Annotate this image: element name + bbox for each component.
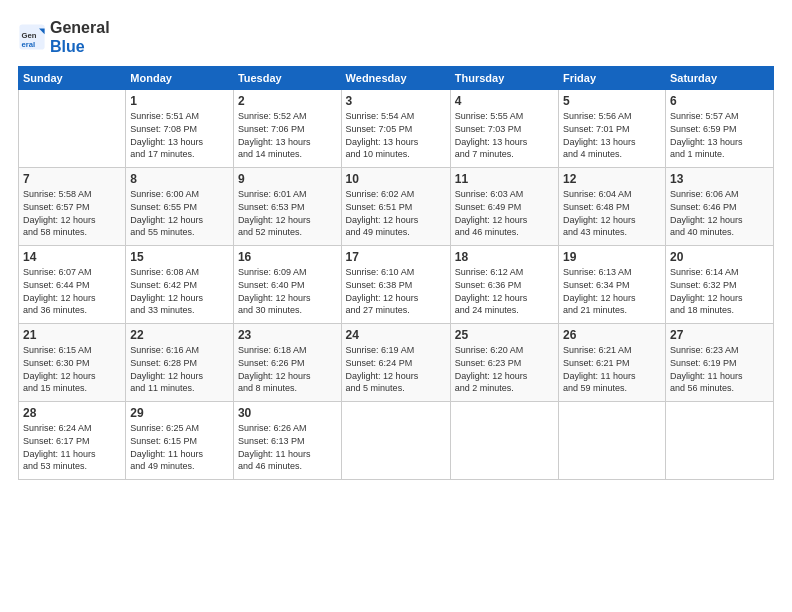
day-cell: 24Sunrise: 6:19 AMSunset: 6:24 PMDayligh… [341, 324, 450, 402]
cell-line: and 59 minutes. [563, 382, 661, 395]
cell-line: Daylight: 12 hours [670, 214, 769, 227]
cell-line: Sunset: 6:46 PM [670, 201, 769, 214]
day-cell: 30Sunrise: 6:26 AMSunset: 6:13 PMDayligh… [233, 402, 341, 480]
day-cell: 8Sunrise: 6:00 AMSunset: 6:55 PMDaylight… [126, 168, 234, 246]
day-number: 23 [238, 328, 337, 342]
logo: Gen eral General Blue [18, 18, 110, 56]
cell-line: Sunrise: 6:24 AM [23, 422, 121, 435]
cell-line: Daylight: 12 hours [670, 292, 769, 305]
day-cell: 18Sunrise: 6:12 AMSunset: 6:36 PMDayligh… [450, 246, 558, 324]
day-cell: 4Sunrise: 5:55 AMSunset: 7:03 PMDaylight… [450, 90, 558, 168]
cell-line: Sunrise: 6:16 AM [130, 344, 229, 357]
day-cell: 16Sunrise: 6:09 AMSunset: 6:40 PMDayligh… [233, 246, 341, 324]
cell-line: and 33 minutes. [130, 304, 229, 317]
week-row-2: 7Sunrise: 5:58 AMSunset: 6:57 PMDaylight… [19, 168, 774, 246]
col-header-monday: Monday [126, 67, 234, 90]
day-number: 15 [130, 250, 229, 264]
cell-line: Daylight: 12 hours [563, 214, 661, 227]
cell-line: and 17 minutes. [130, 148, 229, 161]
cell-line: Daylight: 13 hours [563, 136, 661, 149]
cell-line: Sunrise: 5:58 AM [23, 188, 121, 201]
day-cell [665, 402, 773, 480]
day-cell: 22Sunrise: 6:16 AMSunset: 6:28 PMDayligh… [126, 324, 234, 402]
cell-line: Sunset: 6:53 PM [238, 201, 337, 214]
day-cell [341, 402, 450, 480]
calendar-table: SundayMondayTuesdayWednesdayThursdayFrid… [18, 66, 774, 480]
cell-line: Sunset: 6:15 PM [130, 435, 229, 448]
svg-text:Gen: Gen [22, 32, 37, 41]
col-header-wednesday: Wednesday [341, 67, 450, 90]
cell-line: Sunset: 6:48 PM [563, 201, 661, 214]
cell-line: Daylight: 11 hours [238, 448, 337, 461]
logo-blue-text: Blue [50, 37, 110, 56]
day-number: 20 [670, 250, 769, 264]
cell-line: and 49 minutes. [346, 226, 446, 239]
cell-line: Daylight: 12 hours [130, 370, 229, 383]
cell-line: Sunrise: 5:55 AM [455, 110, 554, 123]
cell-line: Daylight: 12 hours [346, 214, 446, 227]
day-number: 12 [563, 172, 661, 186]
cell-line: Sunset: 6:23 PM [455, 357, 554, 370]
day-number: 21 [23, 328, 121, 342]
day-cell: 14Sunrise: 6:07 AMSunset: 6:44 PMDayligh… [19, 246, 126, 324]
day-number: 6 [670, 94, 769, 108]
day-number: 24 [346, 328, 446, 342]
day-number: 1 [130, 94, 229, 108]
cell-line: Sunrise: 6:13 AM [563, 266, 661, 279]
cell-line: Sunset: 6:38 PM [346, 279, 446, 292]
cell-line: Daylight: 12 hours [455, 370, 554, 383]
day-cell [19, 90, 126, 168]
cell-line: and 4 minutes. [563, 148, 661, 161]
cell-line: Sunset: 6:55 PM [130, 201, 229, 214]
cell-line: Daylight: 12 hours [23, 292, 121, 305]
day-cell: 9Sunrise: 6:01 AMSunset: 6:53 PMDaylight… [233, 168, 341, 246]
cell-line: and 18 minutes. [670, 304, 769, 317]
day-number: 7 [23, 172, 121, 186]
cell-line: and 36 minutes. [23, 304, 121, 317]
day-cell: 10Sunrise: 6:02 AMSunset: 6:51 PMDayligh… [341, 168, 450, 246]
day-cell: 1Sunrise: 5:51 AMSunset: 7:08 PMDaylight… [126, 90, 234, 168]
calendar-body: 1Sunrise: 5:51 AMSunset: 7:08 PMDaylight… [19, 90, 774, 480]
cell-line: Sunrise: 5:51 AM [130, 110, 229, 123]
cell-line: and 8 minutes. [238, 382, 337, 395]
cell-line: Sunrise: 6:00 AM [130, 188, 229, 201]
cell-line: Sunrise: 6:15 AM [23, 344, 121, 357]
cell-line: Sunset: 6:28 PM [130, 357, 229, 370]
cell-line: Daylight: 12 hours [130, 292, 229, 305]
cell-line: Sunset: 6:40 PM [238, 279, 337, 292]
cell-line: Sunset: 7:03 PM [455, 123, 554, 136]
col-header-thursday: Thursday [450, 67, 558, 90]
cell-line: and 55 minutes. [130, 226, 229, 239]
cell-line: Sunset: 6:36 PM [455, 279, 554, 292]
day-cell: 23Sunrise: 6:18 AMSunset: 6:26 PMDayligh… [233, 324, 341, 402]
cell-line: Sunset: 6:21 PM [563, 357, 661, 370]
day-cell [559, 402, 666, 480]
cell-line: Daylight: 12 hours [23, 214, 121, 227]
cell-line: Daylight: 12 hours [563, 292, 661, 305]
cell-line: Sunrise: 6:02 AM [346, 188, 446, 201]
cell-line: Sunset: 6:51 PM [346, 201, 446, 214]
cell-line: and 53 minutes. [23, 460, 121, 473]
col-header-sunday: Sunday [19, 67, 126, 90]
cell-line: Daylight: 13 hours [238, 136, 337, 149]
svg-text:eral: eral [22, 40, 36, 49]
cell-line: Sunset: 6:17 PM [23, 435, 121, 448]
cell-line: Sunrise: 6:03 AM [455, 188, 554, 201]
cell-line: Sunset: 6:44 PM [23, 279, 121, 292]
cell-line: and 56 minutes. [670, 382, 769, 395]
day-number: 4 [455, 94, 554, 108]
cell-line: Daylight: 11 hours [130, 448, 229, 461]
cell-line: Daylight: 12 hours [455, 292, 554, 305]
day-cell: 27Sunrise: 6:23 AMSunset: 6:19 PMDayligh… [665, 324, 773, 402]
cell-line: Sunset: 6:34 PM [563, 279, 661, 292]
cell-line: and 11 minutes. [130, 382, 229, 395]
week-row-1: 1Sunrise: 5:51 AMSunset: 7:08 PMDaylight… [19, 90, 774, 168]
day-number: 25 [455, 328, 554, 342]
cell-line: Sunrise: 6:07 AM [23, 266, 121, 279]
cell-line: Daylight: 11 hours [670, 370, 769, 383]
cell-line: Sunrise: 5:52 AM [238, 110, 337, 123]
col-header-friday: Friday [559, 67, 666, 90]
day-cell: 11Sunrise: 6:03 AMSunset: 6:49 PMDayligh… [450, 168, 558, 246]
cell-line: and 46 minutes. [238, 460, 337, 473]
week-row-5: 28Sunrise: 6:24 AMSunset: 6:17 PMDayligh… [19, 402, 774, 480]
